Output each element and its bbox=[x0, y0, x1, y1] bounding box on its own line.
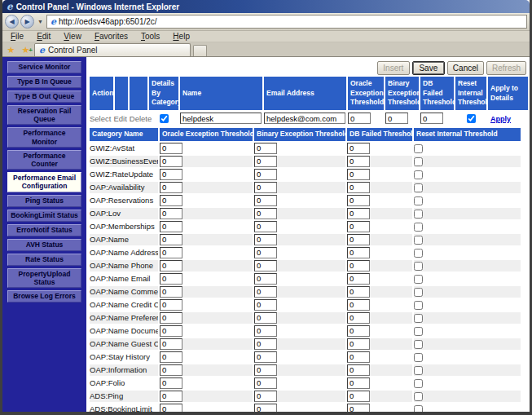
reset-internal-threshold-checkbox[interactable] bbox=[414, 223, 423, 232]
reset-internal-threshold-checkbox[interactable] bbox=[414, 183, 423, 192]
oracle-exception-threshold-input[interactable] bbox=[160, 338, 182, 350]
reset-internal-threshold-checkbox[interactable] bbox=[414, 392, 423, 401]
binary-exception-threshold-input[interactable] bbox=[254, 325, 277, 337]
reset-internal-threshold-checkbox[interactable] bbox=[467, 114, 476, 123]
binary-exception-threshold-input[interactable] bbox=[254, 286, 277, 298]
oracle-exception-threshold-input[interactable] bbox=[160, 391, 182, 402]
oracle-exception-threshold-input[interactable] bbox=[160, 143, 182, 154]
db-failed-threshold-input[interactable] bbox=[347, 351, 370, 363]
db-failed-threshold-input[interactable] bbox=[347, 234, 370, 245]
oracle-exception-threshold-input[interactable] bbox=[160, 234, 182, 245]
oracle-exception-threshold-input[interactable] bbox=[160, 299, 182, 311]
oracle-exception-threshold-input[interactable] bbox=[160, 377, 182, 389]
oracle-exception-threshold-input[interactable] bbox=[160, 182, 182, 193]
db-failed-threshold-input[interactable] bbox=[347, 299, 370, 311]
menu-item-help[interactable]: Help bbox=[166, 32, 196, 41]
oracle-exception-threshold-input[interactable] bbox=[160, 156, 182, 167]
forward-button[interactable]: ▶ bbox=[20, 15, 34, 29]
binary-exception-threshold-input[interactable] bbox=[254, 312, 277, 324]
reset-internal-threshold-checkbox[interactable] bbox=[414, 275, 423, 284]
sidebar-item-rate-status[interactable]: Rate Status bbox=[7, 254, 81, 266]
oracle-exception-threshold-input[interactable] bbox=[160, 260, 182, 272]
sidebar-item-performance-counter[interactable]: Performance Counter bbox=[7, 150, 81, 170]
sidebar-item-bookinglimit-status[interactable]: BookingLimit Status bbox=[7, 210, 81, 222]
binary-exception-threshold-input[interactable] bbox=[254, 143, 277, 154]
db-failed-threshold-input[interactable] bbox=[347, 182, 370, 193]
history-dropdown-icon[interactable]: ▼ bbox=[36, 19, 45, 24]
binary-exception-threshold-input[interactable] bbox=[254, 351, 277, 363]
sidebar-item-ping-status[interactable]: Ping Status bbox=[7, 195, 81, 207]
sidebar-item-type-b-in-queue[interactable]: Type B In Queue bbox=[7, 76, 81, 88]
new-tab-button[interactable] bbox=[193, 45, 207, 56]
reset-internal-threshold-checkbox[interactable] bbox=[414, 249, 423, 258]
db-failed-threshold-input[interactable] bbox=[347, 286, 370, 298]
reset-internal-threshold-checkbox[interactable] bbox=[414, 405, 423, 412]
db-failed-threshold-input[interactable] bbox=[347, 391, 370, 402]
reset-internal-threshold-checkbox[interactable] bbox=[414, 366, 423, 375]
db-failed-threshold-input[interactable] bbox=[420, 113, 443, 124]
reset-internal-threshold-checkbox[interactable] bbox=[414, 340, 423, 349]
edit-link[interactable]: Edit bbox=[113, 114, 126, 123]
binary-exception-threshold-input[interactable] bbox=[254, 195, 277, 206]
oracle-exception-threshold-input[interactable] bbox=[348, 113, 371, 124]
menu-item-view[interactable]: View bbox=[57, 32, 88, 41]
db-failed-threshold-input[interactable] bbox=[347, 143, 370, 154]
sidebar-item-errornotif-status[interactable]: ErrorNotif Status bbox=[7, 224, 81, 236]
oracle-exception-threshold-input[interactable] bbox=[160, 208, 182, 219]
oracle-exception-threshold-input[interactable] bbox=[160, 404, 182, 412]
oracle-exception-threshold-input[interactable] bbox=[160, 169, 182, 180]
reset-internal-threshold-checkbox[interactable] bbox=[414, 144, 423, 153]
sidebar-item-service-monitor[interactable]: Service Monitor bbox=[7, 61, 81, 73]
db-failed-threshold-input[interactable] bbox=[347, 195, 370, 206]
menu-item-file[interactable]: File bbox=[4, 32, 30, 41]
binary-exception-threshold-input[interactable] bbox=[254, 299, 277, 311]
menu-item-edit[interactable]: Edit bbox=[30, 32, 57, 41]
menu-item-tools[interactable]: Tools bbox=[134, 32, 166, 41]
binary-exception-threshold-input[interactable] bbox=[254, 221, 277, 232]
reset-internal-threshold-checkbox[interactable] bbox=[414, 262, 423, 271]
binary-exception-threshold-input[interactable] bbox=[254, 182, 277, 193]
reset-internal-threshold-checkbox[interactable] bbox=[414, 379, 423, 388]
db-failed-threshold-input[interactable] bbox=[347, 221, 370, 232]
oracle-exception-threshold-input[interactable] bbox=[160, 325, 182, 337]
reset-internal-threshold-checkbox[interactable] bbox=[414, 314, 423, 323]
binary-exception-threshold-input[interactable] bbox=[254, 156, 277, 167]
binary-exception-threshold-input[interactable] bbox=[385, 113, 408, 124]
sidebar-item-performance-monitor[interactable]: Performance Monitor bbox=[7, 127, 81, 147]
binary-exception-threshold-input[interactable] bbox=[254, 391, 277, 402]
reset-internal-threshold-checkbox[interactable] bbox=[414, 170, 423, 179]
sidebar-item-browse-log-errors[interactable]: Browse Log Errors bbox=[7, 290, 81, 302]
reset-internal-threshold-checkbox[interactable] bbox=[414, 210, 423, 219]
save-button[interactable]: Save bbox=[412, 61, 445, 75]
binary-exception-threshold-input[interactable] bbox=[254, 260, 277, 272]
sidebar-item-type-b-out-queue[interactable]: Type B Out Queue bbox=[7, 91, 81, 103]
db-failed-threshold-input[interactable] bbox=[347, 312, 370, 324]
db-failed-threshold-input[interactable] bbox=[347, 377, 370, 389]
reset-internal-threshold-checkbox[interactable] bbox=[414, 157, 423, 166]
email-address-input[interactable] bbox=[264, 113, 345, 124]
binary-exception-threshold-input[interactable] bbox=[254, 377, 277, 389]
oracle-exception-threshold-input[interactable] bbox=[160, 364, 182, 376]
binary-exception-threshold-input[interactable] bbox=[254, 273, 277, 285]
sidebar-item-avh-status[interactable]: AVH Status bbox=[7, 239, 81, 251]
db-failed-threshold-input[interactable] bbox=[347, 364, 370, 376]
oracle-exception-threshold-input[interactable] bbox=[160, 286, 182, 298]
delete-link[interactable]: Delete bbox=[130, 114, 152, 123]
reset-internal-threshold-checkbox[interactable] bbox=[414, 288, 423, 297]
binary-exception-threshold-input[interactable] bbox=[254, 247, 277, 258]
db-failed-threshold-input[interactable] bbox=[347, 273, 370, 285]
db-failed-threshold-input[interactable] bbox=[347, 325, 370, 337]
oracle-exception-threshold-input[interactable] bbox=[160, 273, 182, 285]
sidebar-item-performance-email-configuration[interactable]: Performance Email Configuration bbox=[7, 172, 81, 192]
add-favorite-icon[interactable]: ★ bbox=[20, 44, 32, 56]
address-bar[interactable]: e http://oedsv46app:6501/2c/ bbox=[46, 15, 527, 29]
reset-internal-threshold-checkbox[interactable] bbox=[414, 236, 423, 245]
db-failed-threshold-input[interactable] bbox=[347, 156, 370, 167]
db-failed-threshold-input[interactable] bbox=[347, 260, 370, 272]
tab-control-panel[interactable]: e Control Panel bbox=[34, 43, 191, 56]
back-button[interactable]: ◀ bbox=[5, 15, 19, 29]
db-failed-threshold-input[interactable] bbox=[347, 338, 370, 350]
name-input[interactable] bbox=[180, 113, 262, 124]
binary-exception-threshold-input[interactable] bbox=[254, 338, 277, 350]
reset-internal-threshold-checkbox[interactable] bbox=[414, 327, 423, 336]
